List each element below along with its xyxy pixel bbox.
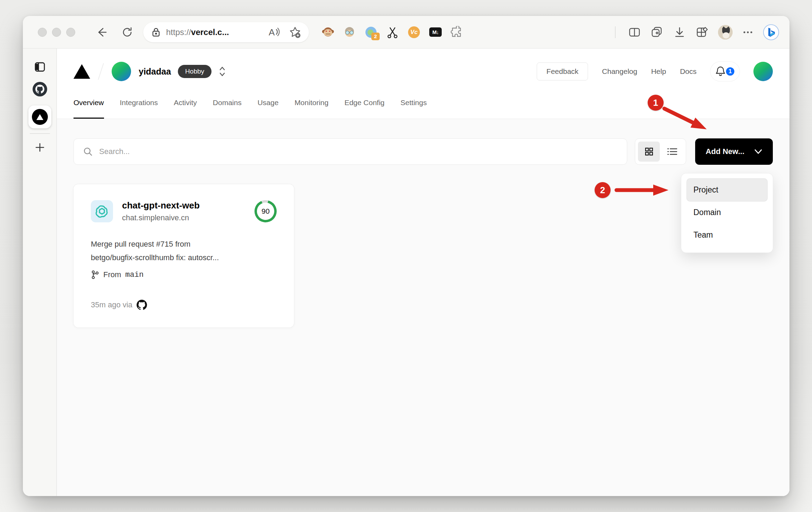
bell-icon: [715, 65, 726, 78]
profile-avatar[interactable]: [718, 25, 733, 40]
tab-usage[interactable]: Usage: [258, 94, 279, 119]
back-icon[interactable]: [95, 25, 109, 39]
browser-toolbar: https://vercel.c... A 2: [23, 16, 789, 49]
lock-icon: [152, 27, 161, 37]
new-tab-icon[interactable]: [34, 142, 46, 153]
dropdown-item-team[interactable]: Team: [687, 224, 767, 246]
commit-message: Merge pull request #715 from betgo/bugfi…: [91, 238, 277, 264]
user-avatar[interactable]: [753, 62, 773, 81]
downloads-icon[interactable]: [673, 26, 686, 39]
favorites-star-icon[interactable]: [289, 26, 301, 39]
list-icon: [667, 147, 677, 156]
minimize-window-button[interactable]: [52, 28, 61, 37]
notification-count-badge: 1: [725, 66, 735, 77]
desktop: https://vercel.c... A 2: [0, 0, 812, 512]
tab-integrations[interactable]: Integrations: [120, 94, 158, 119]
zoom-window-button[interactable]: [66, 28, 75, 37]
sidebar-panel-icon[interactable]: [34, 61, 46, 73]
grid-icon: [644, 147, 654, 156]
search-input[interactable]: [99, 147, 618, 156]
svg-text:A: A: [269, 27, 275, 37]
branch-name: main: [125, 271, 144, 279]
read-aloud-icon[interactable]: A: [268, 27, 280, 38]
dropdown-item-project[interactable]: Project: [687, 179, 767, 201]
score-value: 90: [257, 203, 274, 220]
toolbar-divider: [615, 26, 615, 38]
add-new-button[interactable]: Add New...: [695, 138, 773, 165]
traffic-lights: [38, 28, 75, 37]
list-view-button[interactable]: [661, 142, 683, 162]
address-bar[interactable]: https://vercel.c... A: [143, 22, 309, 42]
git-branch-icon: [91, 270, 99, 280]
annotation-step-1: 1: [648, 95, 664, 111]
slash-divider: [98, 63, 104, 80]
refresh-icon[interactable]: [120, 25, 134, 39]
project-card[interactable]: chat-gpt-next-web chat.simplenaive.cn 90…: [74, 184, 294, 327]
github-icon: [137, 300, 147, 310]
tab-settings[interactable]: Settings: [400, 94, 427, 119]
branch-row: From main: [91, 270, 277, 280]
project-domain[interactable]: chat.simplenaive.cn: [122, 213, 200, 222]
tab-separator: [30, 133, 50, 134]
persona-extension-icon[interactable]: [343, 26, 356, 39]
chevron-down-icon: [754, 149, 762, 154]
project-search: [74, 138, 627, 165]
project-name[interactable]: chat-gpt-next-web: [122, 200, 200, 211]
changelog-link[interactable]: Changelog: [602, 67, 637, 76]
docs-link[interactable]: Docs: [680, 67, 697, 76]
tab-monitoring[interactable]: Monitoring: [294, 94, 328, 119]
view-toggle: [635, 138, 686, 165]
tab-vercel-active[interactable]: [28, 105, 51, 128]
tab-activity[interactable]: Activity: [174, 94, 197, 119]
extension-icons: 2 Vc M↓: [321, 26, 464, 39]
tab-edge-config[interactable]: Edge Config: [344, 94, 385, 119]
extension-badge: 2: [371, 33, 380, 40]
add-new-dropdown: Project Domain Team: [681, 173, 773, 253]
bing-chat-icon[interactable]: [763, 24, 779, 40]
split-screen-icon[interactable]: [628, 26, 641, 39]
lighthouse-score-gauge: 90: [254, 200, 277, 222]
dropdown-item-domain[interactable]: Domain: [687, 201, 767, 224]
tab-overview[interactable]: Overview: [74, 94, 104, 119]
plan-badge: Hobby: [178, 65, 211, 78]
vertical-tab-strip: [23, 49, 57, 496]
tab-github-favicon[interactable]: [33, 82, 47, 96]
browser-essentials-icon[interactable]: [695, 25, 709, 39]
notifications-button[interactable]: 1: [710, 62, 740, 81]
tampermonkey-extension-icon[interactable]: [321, 26, 335, 39]
deployment-meta: 35m ago via: [91, 300, 277, 310]
vc-extension-icon[interactable]: Vc: [407, 26, 421, 39]
more-menu-icon[interactable]: [742, 26, 754, 39]
search-icon: [83, 146, 93, 157]
close-window-button[interactable]: [38, 28, 47, 37]
browser-window: https://vercel.c... A 2: [23, 16, 789, 496]
feedback-button[interactable]: Feedback: [537, 62, 588, 80]
scissors-extension-icon[interactable]: [386, 26, 399, 39]
collections-icon[interactable]: [650, 25, 664, 39]
project-favicon-openai: [91, 200, 113, 222]
vercel-page: yidadaa Hobby Feedback Changelog Help Do…: [57, 49, 789, 496]
tab-domains[interactable]: Domains: [213, 94, 242, 119]
team-switcher-icon[interactable]: [218, 66, 227, 77]
vercel-header: yidadaa Hobby Feedback Changelog Help Do…: [57, 49, 789, 119]
help-link[interactable]: Help: [651, 67, 666, 76]
markdown-download-extension-icon[interactable]: M↓: [429, 26, 442, 39]
vercel-logo[interactable]: [74, 64, 90, 79]
dashboard-tabs: Overview Integrations Activity Domains U…: [74, 94, 773, 119]
overview-content: Add New... Project Domain Team: [57, 119, 789, 496]
vercel-favicon: [32, 109, 48, 125]
toolbar-right: [612, 24, 779, 40]
proxy-extension-icon[interactable]: 2: [364, 26, 378, 39]
extensions-puzzle-icon[interactable]: [450, 26, 464, 39]
team-name[interactable]: yidadaa: [139, 67, 171, 77]
url-text: https://vercel.c...: [166, 27, 229, 37]
team-avatar[interactable]: [112, 62, 131, 81]
grid-view-button[interactable]: [638, 142, 660, 162]
annotation-step-2: 2: [595, 182, 611, 198]
